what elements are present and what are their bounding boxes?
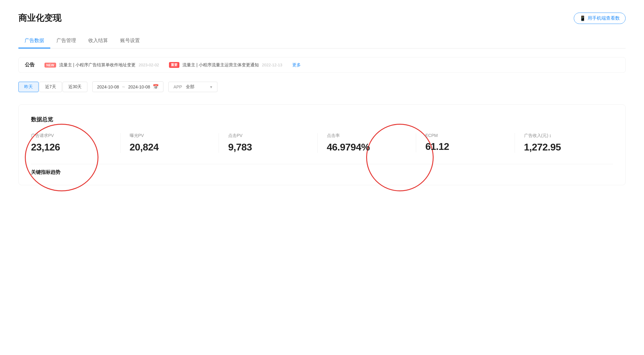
metric-label-click-rate: 点击率 xyxy=(327,133,407,138)
time-button-group: 昨天 近7天 近30天 xyxy=(18,82,87,92)
data-overview-section: 数据总览 广告请求PV 23,126 曝光PV 20,824 xyxy=(18,104,626,185)
metric-value-click: 9,783 xyxy=(228,142,308,153)
metric-ecpm: ECPM 61.12 xyxy=(416,133,515,152)
trend-section-title: 关键指标趋势 xyxy=(31,164,613,176)
mobile-view-button[interactable]: 📱 用手机端查看数 xyxy=(574,13,626,24)
notice-text-1: 流量主 | 小程序广告结算单收件地址变更 xyxy=(59,62,136,68)
metric-value-ad-request: 23,126 xyxy=(31,142,111,153)
date-start: 2024-10-08 xyxy=(97,84,119,89)
notice-date-1: 2023-02-02 xyxy=(139,63,159,67)
tab-account-settings[interactable]: 账号设置 xyxy=(114,34,146,49)
time-btn-30days[interactable]: 近30天 xyxy=(63,82,88,92)
metric-value-ecpm: 61.12 xyxy=(425,141,505,152)
app-selector[interactable]: APP 全部 ▾ xyxy=(168,82,217,92)
tab-bar: 广告数据 广告管理 收入结算 账号设置 xyxy=(18,34,626,49)
metric-label-exposure: 曝光PV xyxy=(130,133,210,138)
metric-value-ad-revenue: 1,272.95 xyxy=(524,142,604,153)
metric-exposure-pv: 曝光PV 20,824 xyxy=(120,133,219,153)
notice-item-1: NEW 流量主 | 小程序广告结算单收件地址变更 2023-02-02 xyxy=(44,62,159,68)
filter-bar: 昨天 近7天 近30天 2024-10-08 ～ 2024-10-08 📅 AP… xyxy=(18,81,626,92)
overview-section-title: 数据总览 xyxy=(31,116,613,123)
time-btn-yesterday[interactable]: 昨天 xyxy=(18,82,39,92)
date-separator: ～ xyxy=(121,84,126,90)
mobile-icon: 📱 xyxy=(580,15,586,21)
notice-item-2: 重要 流量主 | 小程序流量主运营主体变更通知 2022-12-13 xyxy=(169,62,282,68)
notice-bar: 公告 NEW 流量主 | 小程序广告结算单收件地址变更 2023-02-02 重… xyxy=(18,57,626,73)
metric-label-click: 点击PV xyxy=(228,133,308,138)
metric-label-ad-request: 广告请求PV xyxy=(31,133,111,138)
mobile-btn-label: 用手机端查看数 xyxy=(588,15,620,21)
page-title: 商业化变现 xyxy=(18,12,61,24)
tab-ad-management[interactable]: 广告管理 xyxy=(50,34,82,49)
tab-ad-data[interactable]: 广告数据 xyxy=(18,34,50,49)
metric-ad-revenue: 广告收入(元) ℹ 1,272.95 xyxy=(515,133,613,153)
metric-label-ecpm: ECPM xyxy=(425,133,505,138)
notice-date-2: 2022-12-13 xyxy=(262,63,282,67)
date-end: 2024-10-08 xyxy=(128,84,150,89)
notice-badge-important: 重要 xyxy=(169,62,179,68)
metric-value-click-rate: 46.9794% xyxy=(327,142,407,153)
date-range-picker[interactable]: 2024-10-08 ～ 2024-10-08 📅 xyxy=(92,81,163,92)
metrics-row: 广告请求PV 23,126 曝光PV 20,824 点击PV 9,783 xyxy=(31,133,613,153)
notice-text-2: 流量主 | 小程序流量主运营主体变更通知 xyxy=(182,62,259,68)
page-header: 商业化变现 📱 用手机端查看数 xyxy=(18,12,626,24)
notice-label: 公告 xyxy=(25,62,35,68)
metric-label-ad-revenue: 广告收入(元) ℹ xyxy=(524,133,604,138)
notice-more-link[interactable]: 更多 xyxy=(292,62,301,68)
metric-click-rate: 点击率 46.9794% xyxy=(317,133,416,153)
app-select-prefix: APP xyxy=(174,84,182,89)
info-icon[interactable]: ℹ xyxy=(550,134,551,138)
notice-badge-new: NEW xyxy=(44,63,56,68)
chevron-down-icon: ▾ xyxy=(210,84,212,89)
metric-ad-request-pv: 广告请求PV 23,126 xyxy=(31,133,120,153)
metric-value-exposure: 20,824 xyxy=(130,142,210,153)
metric-click-pv: 点击PV 9,783 xyxy=(219,133,317,153)
tab-revenue-settlement[interactable]: 收入结算 xyxy=(82,34,114,49)
time-btn-7days[interactable]: 近7天 xyxy=(39,82,62,92)
calendar-icon: 📅 xyxy=(153,84,159,90)
app-select-value: 全部 xyxy=(186,84,194,90)
